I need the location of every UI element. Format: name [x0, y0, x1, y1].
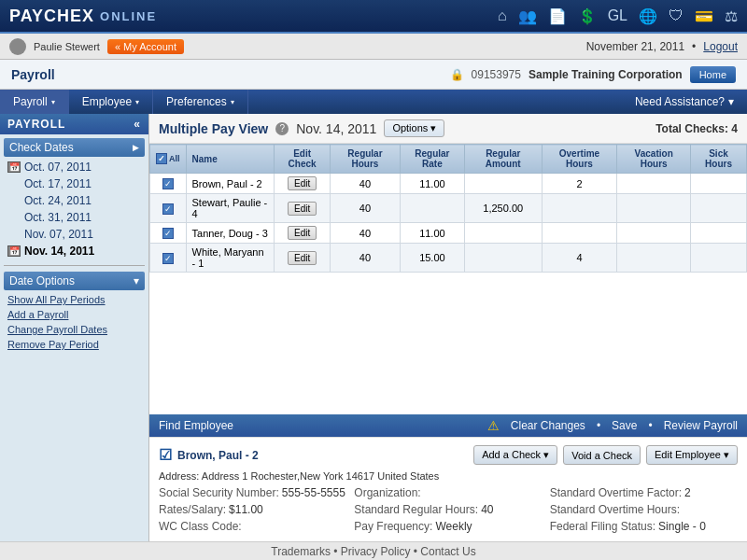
- find-bar-sep1: •: [597, 419, 600, 432]
- options-button[interactable]: Options ▾: [384, 119, 444, 137]
- add-check-button[interactable]: Add a Check ▾: [473, 445, 557, 465]
- table-row: ✓ Tanner, Doug - 3 Edit 40 11.00: [150, 223, 747, 244]
- std-ot-label: Standard Overtime Factor:: [550, 486, 682, 499]
- logout-link[interactable]: Logout: [703, 40, 738, 53]
- row-reg-hours-3: 40: [331, 244, 401, 273]
- std-ot-value: 2: [684, 486, 691, 499]
- nav-bar: Payroll ▾ Employee ▾ Preferences ▾ Need …: [0, 90, 747, 114]
- employee-info-grid: Social Security Number: 555-55-5555 Orga…: [159, 485, 738, 534]
- date-option-link-1[interactable]: Add a Payroll: [0, 307, 148, 322]
- dollar-icon[interactable]: 💲: [578, 7, 597, 25]
- employee-detail: ☑ Brown, Paul - 2 Add a Check ▾ Void a C…: [149, 437, 747, 541]
- row-checkbox-2[interactable]: ✓: [150, 223, 187, 244]
- date-option-links: Show All Pay PeriodsAdd a PayrollChange …: [0, 292, 148, 352]
- date-option-link-3[interactable]: Remove Pay Period: [0, 337, 148, 352]
- date-item-4[interactable]: Nov. 07, 2011: [4, 226, 145, 243]
- row-reg-rate-3: 15.00: [400, 244, 464, 273]
- clear-changes-link[interactable]: Clear Changes: [511, 419, 585, 432]
- find-employee-bar: Find Employee ⚠ Clear Changes • Save • R…: [149, 414, 747, 437]
- employee-full-name: Brown, Paul - 2: [177, 449, 259, 462]
- row-reg-amount-0: [464, 174, 542, 194]
- rate-label: Rates/Salary:: [159, 503, 226, 516]
- total-checks-label: Total Checks:: [655, 122, 728, 135]
- review-payroll-link[interactable]: Review Payroll: [664, 419, 738, 432]
- shield-icon[interactable]: 🛡: [669, 7, 684, 24]
- content-header: Multiple Pay View ? Nov. 14, 2011 Option…: [149, 114, 747, 144]
- people-icon[interactable]: 👥: [518, 7, 537, 25]
- total-checks-value: 4: [731, 122, 738, 135]
- user-avatar: [9, 38, 26, 55]
- find-bar-actions: ⚠ Clear Changes • Save • Review Payroll: [487, 418, 738, 433]
- nav-item-employee[interactable]: Employee ▾: [69, 90, 153, 114]
- edit-btn-1[interactable]: Edit: [288, 202, 317, 216]
- row-reg-hours-2: 40: [331, 223, 401, 244]
- payment-icon[interactable]: 💳: [695, 7, 713, 25]
- date-option-link-0[interactable]: Show All Pay Periods: [0, 292, 148, 307]
- date-item-5[interactable]: 📅Nov. 14, 2011: [4, 243, 145, 259]
- row-checkbox-1[interactable]: ✓: [150, 194, 187, 223]
- row-checkbox-0[interactable]: ✓: [150, 174, 187, 194]
- sidebar-collapse-icon[interactable]: «: [134, 118, 141, 131]
- row-sick-hours-2: [691, 223, 747, 244]
- regular-rate-col-header: Regular Rate: [400, 145, 464, 174]
- row-edit-2[interactable]: Edit: [275, 223, 331, 244]
- date-item-1[interactable]: Oct. 17, 2011: [4, 175, 145, 192]
- row-sick-hours-1: [691, 194, 747, 223]
- gl-icon[interactable]: GL: [608, 7, 627, 24]
- org-label: Organization:: [354, 486, 420, 499]
- overtime-hours-col-header: Overtime Hours: [542, 145, 617, 174]
- date-option-link-2[interactable]: Change Payroll Dates: [0, 322, 148, 337]
- row-name-0: Brown, Paul - 2: [186, 174, 275, 194]
- edit-btn-0[interactable]: Edit: [288, 176, 317, 190]
- need-assistance[interactable]: Need Assistance? ▾: [622, 90, 747, 114]
- nav-item-payroll[interactable]: Payroll ▾: [0, 90, 69, 114]
- nav-item-preferences[interactable]: Preferences ▾: [153, 90, 248, 114]
- row-sick-hours-3: [691, 244, 747, 273]
- edit-btn-2[interactable]: Edit: [288, 226, 317, 240]
- detail-actions: Add a Check ▾ Void a Check Edit Employee…: [473, 445, 738, 465]
- calendar-icon-5: 📅: [7, 245, 21, 257]
- help-icon[interactable]: ?: [275, 122, 289, 135]
- sub-header: Paulie Stewert « My Account November 21,…: [0, 34, 747, 60]
- check-dates-arrow: ▶: [133, 143, 139, 152]
- date-item-0[interactable]: 📅Oct. 07, 2011: [4, 159, 145, 175]
- nav-arrow-assistance: ▾: [728, 95, 734, 108]
- date-options-header[interactable]: Date Options ▾: [4, 272, 145, 290]
- fed-label: Federal Filing Status:: [550, 520, 655, 533]
- content-title-text: Multiple Pay View: [159, 121, 268, 136]
- row-reg-amount-2: [464, 223, 542, 244]
- separator: •: [692, 40, 696, 53]
- row-edit-0[interactable]: Edit: [275, 174, 331, 194]
- vacation-hours-col-header: Vacation Hours: [617, 145, 691, 174]
- date-item-3[interactable]: Oct. 31, 2011: [4, 209, 145, 226]
- row-edit-3[interactable]: Edit: [275, 244, 331, 273]
- edit-employee-button[interactable]: Edit Employee ▾: [646, 445, 738, 465]
- company-name: Sample Training Corporation: [529, 68, 683, 81]
- date-item-2[interactable]: Oct. 24, 2011: [4, 192, 145, 209]
- check-dates-header[interactable]: Check Dates ▶: [4, 138, 145, 157]
- company-id: 09153975: [472, 68, 521, 81]
- document-icon[interactable]: 📄: [548, 7, 567, 25]
- globe-icon[interactable]: 🌐: [639, 7, 657, 25]
- row-checkbox-3[interactable]: ✓: [150, 244, 187, 273]
- name-col-header: Name: [186, 145, 275, 174]
- edit-btn-3[interactable]: Edit: [288, 251, 317, 265]
- save-link[interactable]: Save: [612, 419, 637, 432]
- all-checkbox[interactable]: ✓: [156, 153, 167, 164]
- find-employee-label: Find Employee: [159, 419, 233, 432]
- home-icon[interactable]: ⌂: [498, 7, 507, 24]
- payroll-title: Payroll: [11, 67, 55, 82]
- scale-icon[interactable]: ⚖: [725, 7, 738, 25]
- std-ot-hours-row: Standard Overtime Hours:: [550, 502, 738, 517]
- rate-value: $11.00: [229, 503, 263, 516]
- void-check-button[interactable]: Void a Check: [563, 445, 641, 465]
- row-edit-1[interactable]: Edit: [275, 194, 331, 223]
- content-title-group: Multiple Pay View ? Nov. 14, 2011 Option…: [159, 119, 444, 137]
- nav-arrow-payroll: ▾: [51, 98, 55, 106]
- row-name-2: Tanner, Doug - 3: [186, 223, 275, 244]
- table-row: ✓ White, Maryann - 1 Edit 40 15.00 4: [150, 244, 747, 273]
- warning-icon: ⚠: [487, 418, 500, 433]
- my-account-button[interactable]: « My Account: [107, 39, 184, 54]
- wc-label: WC Class Code:: [159, 520, 242, 533]
- home-button[interactable]: Home: [690, 66, 736, 83]
